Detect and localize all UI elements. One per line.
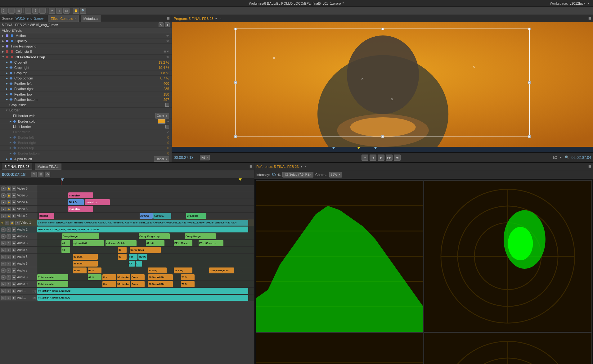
toolbar-btn-4[interactable]: ←: [25, 8, 31, 14]
track-expand-a8[interactable]: ▶: [12, 275, 16, 280]
clip-v4-maestro[interactable]: maestro: [85, 199, 110, 205]
effect-value-border-right[interactable]: 0: [158, 141, 170, 145]
track-mute-a4[interactable]: M: [1, 248, 6, 252]
effect-value-feather-left[interactable]: 400: [158, 82, 170, 85]
clip-a6-1[interactable]: 88 Bull\: [73, 261, 98, 267]
toggle-crop-top[interactable]: ▶: [5, 71, 9, 75]
track-expand-pt2[interactable]: ▶: [12, 296, 16, 300]
clip-a3-6[interactable]: EPL_30sec_ro: [199, 240, 223, 246]
toolbar-btn-2[interactable]: ↔: [8, 8, 15, 14]
setup-btn[interactable]: ☐ Setup (7.5 IRE): [282, 172, 313, 178]
clip-a8-3[interactable]: Cor: [102, 274, 116, 280]
tab-effect-controls[interactable]: Effect Controls ×: [48, 15, 79, 22]
effect-row-feather-left[interactable]: ▶ Feather left 400: [0, 81, 172, 86]
timeline-btn-markers[interactable]: ⊞: [38, 172, 43, 177]
toggle-border-right[interactable]: ▶: [9, 141, 12, 145]
toolbar-btn-9[interactable]: ✋: [73, 8, 79, 14]
clip-a7-3[interactable]: 27 Sing: [148, 267, 167, 273]
intensity-value[interactable]: 50: [272, 173, 276, 177]
effect-value-crop-left[interactable]: 19.2 %: [158, 61, 170, 64]
toolbar-btn-1[interactable]: ⟩⟨: [1, 8, 7, 14]
effect-row-border-top[interactable]: ▶ Border top 0: [0, 146, 172, 151]
track-solo-a1[interactable]: S: [7, 227, 11, 232]
timeline-btn-settings[interactable]: ⚙: [45, 172, 50, 177]
track-eye-v5[interactable]: ●: [1, 193, 6, 198]
track-expand-v5[interactable]: ▶: [12, 193, 16, 198]
track-expand-a3[interactable]: ▶: [12, 241, 16, 245]
workspace-arrow[interactable]: ▼: [587, 2, 590, 5]
track-eye-v4[interactable]: ●: [1, 200, 6, 204]
track-mute-a1[interactable]: M: [1, 227, 6, 232]
track-solo-a4[interactable]: S: [7, 248, 11, 252]
track-mute-a8[interactable]: M: [1, 275, 6, 280]
workspace-value[interactable]: v2012fuck: [570, 2, 585, 5]
track-expand-a9[interactable]: ▶: [12, 282, 16, 286]
clip-a9-2[interactable]: Cor: [102, 281, 116, 287]
btn-step-back[interactable]: ⏮: [362, 155, 368, 161]
source-value[interactable]: WB15_eng_2.mov: [16, 16, 44, 20]
track-mute-a2[interactable]: M: [1, 234, 6, 239]
effect-row-feather-bottom[interactable]: ▶ Feather bottom 297: [0, 97, 172, 102]
program-monitor-arrow[interactable]: ▼: [215, 17, 218, 20]
track-expand-a1[interactable]: ▶: [12, 227, 16, 232]
dropdown-fill-border[interactable]: Color ▼: [155, 113, 169, 119]
toggle-border-bottom[interactable]: ▶: [9, 151, 12, 155]
track-expand-v2[interactable]: ▶: [12, 214, 16, 218]
toolbar-btn-6[interactable]: →: [39, 8, 46, 14]
toolbar-btn-3[interactable]: ⊞: [16, 8, 22, 14]
track-solo-a6[interactable]: S: [7, 262, 11, 266]
clip-a4-2[interactable]: 88: [118, 247, 127, 253]
reference-menu[interactable]: ☰: [588, 165, 591, 168]
track-expand-a4[interactable]: ▶: [12, 248, 16, 252]
effect-row-border-right[interactable]: ▶ Border right 0: [0, 140, 172, 146]
effect-row-border-bottom[interactable]: ▶ Border bottom 0: [0, 151, 172, 156]
effect-value-crop-bottom[interactable]: 8.7 %: [158, 76, 170, 80]
toggle-feather-right[interactable]: ▶: [5, 87, 9, 91]
effect-value-border-top[interactable]: 0: [158, 146, 170, 150]
ci-reset[interactable]: ⟲: [165, 55, 170, 59]
effect-row-border[interactable]: ▼ Border: [0, 108, 172, 113]
track-mute-a6[interactable]: M: [1, 262, 6, 266]
clip-a6-3[interactable]: C: [136, 261, 142, 267]
effect-value-feather-right[interactable]: 285: [158, 87, 170, 91]
eyedropper-btn[interactable]: ✏: [165, 119, 170, 124]
clip-a3-5[interactable]: EPL_30sec_: [174, 240, 192, 246]
program-monitor-menu[interactable]: ☰: [588, 17, 591, 20]
clip-a7-1[interactable]: 31 Ds: [73, 267, 87, 273]
dropdown-alpha-falloff[interactable]: Linear ▼: [154, 156, 169, 162]
clip-a2-corey3[interactable]: Corey Kruger.: [185, 233, 216, 239]
track-expand-a5[interactable]: ▶: [12, 255, 16, 259]
toolbar-btn-razor[interactable]: ✂: [49, 8, 55, 14]
clip-a9-3[interactable]: 90 Hambu: [117, 281, 130, 287]
fraction-dropdown-btn[interactable]: ▼: [559, 156, 562, 159]
effect-row-crop-left[interactable]: ▶ Crop left 19.2 %: [0, 60, 172, 65]
clip-a4-1[interactable]: 45: [61, 247, 70, 253]
toolbar-btn-zoom[interactable]: 🔍: [80, 8, 86, 14]
checkbox-limit-border[interactable]: [165, 125, 169, 128]
track-expand-a7[interactable]: ▶: [12, 268, 16, 273]
clip-a6-2[interactable]: C\: [129, 261, 135, 267]
toggle-motion[interactable]: ▶: [1, 34, 5, 38]
track-expand-v4[interactable]: ▶: [12, 200, 16, 204]
clip-a8-2[interactable]: 02 hi: [88, 274, 101, 280]
clip-a3-2[interactable]: epl_mattvO: [73, 240, 104, 246]
clip-a8-4[interactable]: 90 Hambu: [117, 274, 130, 280]
btn-forward-frame[interactable]: ▶▶: [386, 155, 393, 161]
clip-v2-a007[interactable]: A007C0: [140, 213, 153, 219]
effect-value-feather-bottom[interactable]: 297: [158, 98, 170, 101]
toggle-time-remapping[interactable]: ▶: [1, 44, 5, 48]
track-lock-v1[interactable]: 🔒: [10, 221, 14, 225]
clip-a9-1[interactable]: 01 hit metal cr: [37, 281, 68, 287]
clip-a5-2[interactable]: 88: [118, 254, 127, 260]
fit-dropdown[interactable]: Fit ▼: [200, 155, 210, 160]
motion-reset[interactable]: ⟲: [165, 34, 170, 38]
clip-a3-1[interactable]: 45: [61, 240, 70, 246]
effect-row-opacity[interactable]: ▶ Opacity ⟲: [0, 38, 172, 44]
tab-close-effect-controls[interactable]: ×: [74, 17, 76, 20]
clip-a3-3[interactable]: epl_mattvO_tak: [106, 240, 137, 246]
clip-a5-4[interactable]: HDTC: [138, 254, 147, 260]
btn-step-forward[interactable]: ⏭: [394, 155, 401, 161]
track-solo-a8[interactable]: S: [7, 275, 11, 280]
effect-row-crop-bottom[interactable]: ▶ Crop bottom 8.7 %: [0, 76, 172, 81]
track-lock-v6[interactable]: 🔒: [7, 186, 11, 191]
